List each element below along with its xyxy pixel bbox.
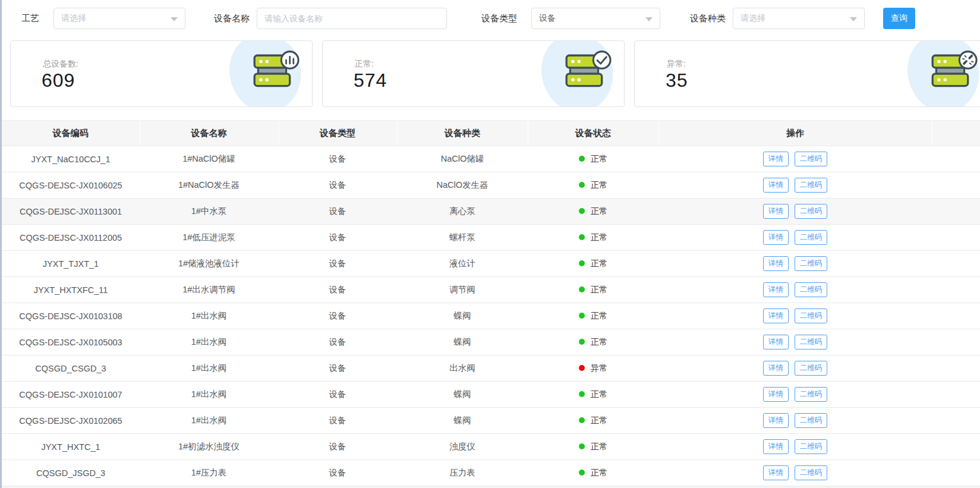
detail-button[interactable]: 详情 xyxy=(763,308,789,324)
table-row: CQGS-DEJSC-JX01031081#出水阀设备蝶阀正常详情二维码 xyxy=(2,303,980,329)
cell-device-kind: 蝶阀 xyxy=(397,382,528,408)
cell-device-name: 1#出水阀 xyxy=(140,329,278,355)
cell-filler xyxy=(932,329,980,355)
status-dot-green xyxy=(579,260,585,266)
device-kind-select[interactable]: 请选择 xyxy=(733,8,865,29)
stat-value: 35 xyxy=(666,70,688,92)
detail-button[interactable]: 详情 xyxy=(763,204,789,219)
cell-device-code: CQGS-DEJSC-JX0105003 xyxy=(2,329,140,355)
chevron-down-icon xyxy=(171,17,178,21)
filter-bar: 工艺 请选择 设备名称 设备类型 设备 设备种类 请选择 查询 xyxy=(2,0,980,37)
cell-device-type: 设备 xyxy=(278,146,397,172)
search-button[interactable]: 查询 xyxy=(883,8,915,29)
cell-device-name: 1#出水阀 xyxy=(140,382,278,408)
table-row: JYXT_HXTXFC_111#出水调节阀设备调节阀正常详情二维码 xyxy=(2,277,980,303)
qrcode-button[interactable]: 二维码 xyxy=(795,413,828,429)
device-management-page: 工艺 请选择 设备名称 设备类型 设备 设备种类 请选择 查询 总设备数: 60… xyxy=(0,0,980,488)
status-dot-green xyxy=(579,208,585,214)
table-row: CQGS-DEJSC-JX01010071#出水阀设备蝶阀正常详情二维码 xyxy=(2,382,980,408)
detail-button[interactable]: 详情 xyxy=(763,178,789,193)
cell-device-kind: 浊度仪 xyxy=(397,434,528,460)
qrcode-button[interactable]: 二维码 xyxy=(795,204,828,219)
cell-actions: 详情二维码 xyxy=(658,251,932,277)
cell-device-kind: 离心泵 xyxy=(397,199,528,225)
cell-device-code: JYXT_TJXT_1 xyxy=(2,251,140,277)
cell-actions: 详情二维码 xyxy=(658,277,932,303)
detail-button[interactable]: 详情 xyxy=(763,465,789,481)
chevron-down-icon xyxy=(645,17,653,21)
device-type-select[interactable]: 设备 xyxy=(531,8,660,29)
qrcode-button[interactable]: 二维码 xyxy=(795,152,828,167)
cell-device-name: 1#NaClO发生器 xyxy=(140,172,278,199)
device-kind-label: 设备种类 xyxy=(690,13,726,24)
cell-device-type: 设备 xyxy=(278,434,397,460)
col-header-filler xyxy=(932,121,980,146)
detail-button[interactable]: 详情 xyxy=(763,335,789,350)
cell-filler xyxy=(932,146,980,172)
table-row: CQSGD_JSGD_31#压力表设备压力表正常详情二维码 xyxy=(2,460,980,486)
detail-button[interactable]: 详情 xyxy=(763,387,789,402)
qrcode-button[interactable]: 二维码 xyxy=(795,439,828,455)
stat-card-abnormal: 异常: 35 xyxy=(634,40,980,107)
cell-device-name: 1#初滤水浊度仪 xyxy=(140,434,278,460)
qrcode-button[interactable]: 二维码 xyxy=(795,282,828,298)
cell-device-type: 设备 xyxy=(278,199,397,225)
process-label: 工艺 xyxy=(21,13,39,24)
detail-button[interactable]: 详情 xyxy=(763,413,789,429)
cell-filler xyxy=(932,355,980,382)
cell-actions: 详情二维码 xyxy=(658,434,932,460)
qrcode-button[interactable]: 二维码 xyxy=(795,465,828,481)
status-dot-green xyxy=(579,286,585,292)
detail-button[interactable]: 详情 xyxy=(763,361,789,376)
cell-device-type: 设备 xyxy=(278,355,397,382)
qrcode-button[interactable]: 二维码 xyxy=(795,178,828,193)
status-label: 异常 xyxy=(591,363,608,373)
cell-device-code: CQSGD_JSGD_3 xyxy=(2,460,140,486)
cell-device-status: 正常 xyxy=(528,408,658,434)
cell-actions: 详情二维码 xyxy=(658,460,932,486)
cell-device-status: 正常 xyxy=(528,303,658,329)
cell-device-kind: 液位计 xyxy=(397,251,528,277)
cell-filler xyxy=(932,277,980,303)
cell-device-kind: NaClO储罐 xyxy=(397,146,528,172)
table-row: JYXT_TJXT_11#储液池液位计设备液位计正常详情二维码 xyxy=(2,251,980,277)
cell-device-type: 设备 xyxy=(278,172,397,199)
cell-filler xyxy=(932,199,980,225)
status-label: 正常 xyxy=(591,415,608,425)
detail-button[interactable]: 详情 xyxy=(763,439,789,455)
status-label: 正常 xyxy=(591,180,608,190)
cell-device-name: 1#出水阀 xyxy=(140,303,278,329)
detail-button[interactable]: 详情 xyxy=(763,230,789,245)
cell-device-type: 设备 xyxy=(278,329,397,355)
col-header-device-code: 设备编码 xyxy=(2,121,140,146)
device-kind-select-value: 请选择 xyxy=(740,13,765,24)
cell-device-code: CQGS-DEJSC-JX0101007 xyxy=(2,382,140,408)
device-name-input[interactable] xyxy=(257,8,447,29)
cell-actions: 详情二维码 xyxy=(658,355,932,382)
cell-filler xyxy=(932,408,980,434)
server-disconnect-icon xyxy=(924,49,980,99)
process-select[interactable]: 请选择 xyxy=(53,8,185,29)
detail-button[interactable]: 详情 xyxy=(763,256,789,272)
qrcode-button[interactable]: 二维码 xyxy=(795,308,828,324)
cell-device-code: CQGS-DEJSC-JX0103108 xyxy=(2,303,140,329)
server-check-icon xyxy=(557,49,615,99)
stat-label: 总设备数: xyxy=(43,59,78,70)
qrcode-button[interactable]: 二维码 xyxy=(795,361,828,376)
qrcode-button[interactable]: 二维码 xyxy=(795,230,828,245)
table-row: JYXT_HXTC_11#初滤水浊度仪设备浊度仪正常详情二维码 xyxy=(2,434,980,460)
cell-actions: 详情二维码 xyxy=(658,408,932,434)
cell-device-kind: 蝶阀 xyxy=(397,408,528,434)
table-row: CQGS-DEJSC-JX01060251#NaClO发生器设备NaClO发生器… xyxy=(2,172,980,199)
chevron-down-icon xyxy=(850,17,857,21)
detail-button[interactable]: 详情 xyxy=(763,152,789,167)
qrcode-button[interactable]: 二维码 xyxy=(795,335,828,350)
stat-label: 正常: xyxy=(355,59,374,70)
status-label: 正常 xyxy=(591,311,608,320)
qrcode-button[interactable]: 二维码 xyxy=(795,387,828,402)
qrcode-button[interactable]: 二维码 xyxy=(795,256,828,272)
detail-button[interactable]: 详情 xyxy=(763,282,789,298)
table-row: CQGS-DEJSC-JX01120051#低压进泥泵设备螺杆泵正常详情二维码 xyxy=(2,225,980,251)
stat-cards: 总设备数: 609 正常: 574 异常: 35 xyxy=(10,40,980,107)
stat-value: 609 xyxy=(42,70,75,92)
